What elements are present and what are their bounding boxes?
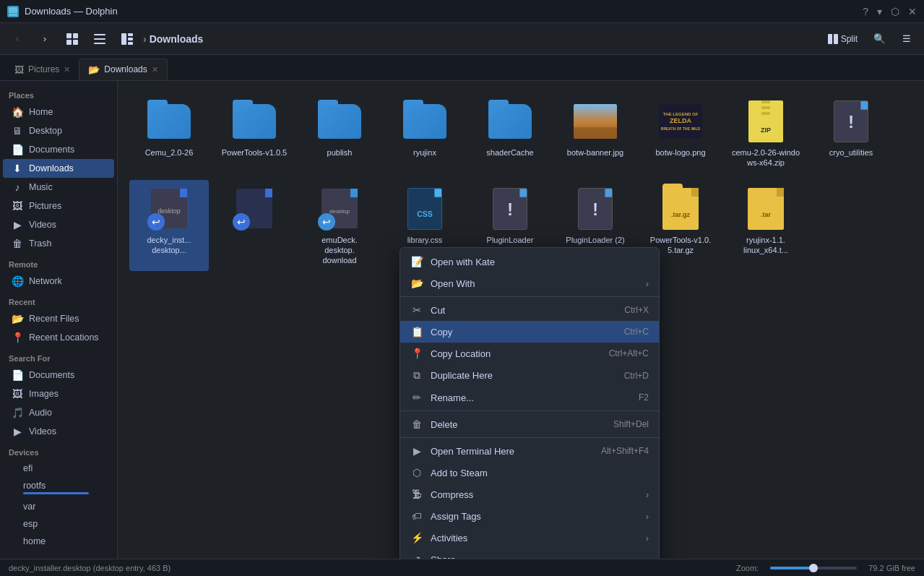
sidebar-item-videos[interactable]: ▶ Videos <box>3 215 114 234</box>
sidebar-search-documents[interactable]: 📄 Documents <box>3 366 114 384</box>
svg-text:.tar: .tar <box>761 211 772 218</box>
sidebar-item-music[interactable]: ♪ Music <box>3 178 114 197</box>
ctx-copy[interactable]: 📋 Copy Ctrl+C <box>400 321 659 343</box>
breadcrumb: › Downloads <box>143 33 818 45</box>
sidebar-search-images[interactable]: 🖼 Images <box>3 384 114 403</box>
zoom-slider[interactable] <box>770 567 857 569</box>
view-compact-button[interactable] <box>88 27 111 51</box>
maximize-button[interactable]: ⬡ <box>891 6 899 17</box>
file-item[interactable]: ryujinx <box>385 93 465 174</box>
file-item[interactable]: botw-banner.jpg <box>556 93 635 174</box>
close-button[interactable]: ✕ <box>908 6 917 17</box>
ctx-cut[interactable]: ✂ Cut Ctrl+X <box>400 299 659 321</box>
ctx-open-terminal[interactable]: ▶ Open Terminal Here Alt+Shift+F4 <box>400 440 659 462</box>
view-icons-button[interactable] <box>61 27 84 51</box>
cut-icon: ✂ <box>410 304 423 316</box>
sidebar-search-videos[interactable]: ▶ Videos <box>3 422 114 441</box>
ctx-open-with[interactable]: 📂 Open With › <box>400 272 659 294</box>
file-item[interactable]: Cemu_2.0-26 <box>129 93 209 174</box>
file-item[interactable]: desktop ↩ emuDeck.desktop.download <box>300 180 379 272</box>
ctx-duplicate[interactable]: ⧉ Duplicate Here Ctrl+D <box>400 364 659 387</box>
sidebar-item-recent-files[interactable]: 📂 Recent Files <box>3 309 114 328</box>
svg-rect-9 <box>121 33 126 45</box>
sidebar-device-rootfs[interactable]: rootfs <box>3 477 114 498</box>
tab-downloads[interactable]: 📂 Downloads ✕ <box>79 59 167 80</box>
ctx-add-to-steam[interactable]: ⬡ Add to Steam <box>400 462 659 483</box>
help-button[interactable]: ? <box>863 6 868 17</box>
ctx-delete[interactable]: 🗑 Delete Shift+Del <box>400 413 659 435</box>
tab-downloads-icon: 📂 <box>88 64 100 75</box>
file-item[interactable]: THE LEGEND OF ZELDA BREATH OF THE WILD b… <box>641 93 720 174</box>
tab-pictures-close[interactable]: ✕ <box>64 65 70 74</box>
breadcrumb-current[interactable]: Downloads <box>150 33 204 45</box>
back-button[interactable]: ‹ <box>6 27 29 51</box>
file-item[interactable]: ZIP cemu-2.0-26-windows-x64.zip <box>726 93 806 174</box>
tags-icon: 🏷 <box>410 510 423 522</box>
ctx-share[interactable]: ↗ Share › <box>400 549 659 559</box>
free-space-label: 79.2 GiB free <box>868 564 915 572</box>
minimize-button[interactable]: ▾ <box>877 6 882 17</box>
main-layout: Places 🏠 Home 🖥 Desktop 📄 Documents ⬇ Do… <box>0 81 924 559</box>
forward-button[interactable]: › <box>33 27 56 51</box>
sidebar-device-var[interactable]: var <box>3 498 114 515</box>
compress-icon: 🗜 <box>410 489 423 500</box>
main-content[interactable]: Cemu_2.0-26 PowerTools-v1.0.5 publish ry… <box>118 81 924 559</box>
svg-rect-44 <box>605 189 612 197</box>
ctx-compress[interactable]: 🗜 Compress › <box>400 483 659 505</box>
sidebar-item-downloads[interactable]: ⬇ Downloads <box>3 159 114 178</box>
kate-icon: 📝 <box>410 256 423 267</box>
open-with-icon: 📂 <box>410 278 423 289</box>
tab-pictures-label: Pictures <box>28 64 59 74</box>
image-icon: THE LEGEND OF ZELDA BREATH OF THE WILD <box>657 98 704 145</box>
share-arrow: › <box>646 554 649 559</box>
file-item-selected[interactable]: desktop ↩ decky_inst...desktop... <box>129 180 209 272</box>
sidebar-item-documents[interactable]: 📄 Documents <box>3 140 114 159</box>
svg-rect-10 <box>128 33 133 36</box>
search-button[interactable]: 🔍 <box>868 27 891 51</box>
ctx-activities[interactable]: ⚡ Activities › <box>400 527 659 549</box>
ctx-copy-location[interactable]: 📍 Copy Location Ctrl+Alt+C <box>400 343 659 364</box>
view-split-detail-button[interactable] <box>116 27 139 51</box>
ctx-open-with-kate[interactable]: 📝 Open with Kate <box>400 251 659 272</box>
steam-icon: ⬡ <box>410 467 423 478</box>
ctx-assign-tags[interactable]: 🏷 Assign Tags › <box>400 505 659 527</box>
hamburger-menu-button[interactable]: ☰ <box>895 27 918 51</box>
sidebar-item-trash[interactable]: 🗑 Trash <box>3 234 114 253</box>
svg-text:BREATH OF THE WILD: BREATH OF THE WILD <box>661 126 701 131</box>
tags-arrow: › <box>646 511 649 522</box>
svg-text:CSS: CSS <box>417 209 433 218</box>
rootfs-usage-bar <box>23 492 89 494</box>
sidebar-search-audio[interactable]: 🎵 Audio <box>3 403 114 422</box>
svg-rect-22 <box>761 100 770 103</box>
file-item[interactable]: publish <box>300 93 379 174</box>
tab-downloads-close[interactable]: ✕ <box>152 65 158 74</box>
sidebar-item-home[interactable]: 🏠 Home <box>3 103 114 121</box>
sidebar-item-pictures[interactable]: 🖼 Pictures <box>3 197 114 215</box>
sidebar-device-efi[interactable]: efi <box>3 460 114 477</box>
sidebar-item-desktop[interactable]: 🖥 Desktop <box>3 121 114 140</box>
targz-icon: .tar.gz <box>657 186 704 232</box>
ctx-rename[interactable]: ✏ Rename... F2 <box>400 387 659 408</box>
file-item[interactable]: PowerTools-v1.0.5 <box>215 93 294 174</box>
open-with-arrow: › <box>646 278 649 289</box>
split-button[interactable]: Split <box>822 27 863 51</box>
zip-icon: ZIP <box>743 98 789 145</box>
svg-rect-47 <box>691 188 699 197</box>
sidebar-item-recent-locations[interactable]: 📍 Recent Locations <box>3 328 114 347</box>
pictures-sidebar-icon: 🖼 <box>12 200 23 212</box>
breadcrumb-chevron: › <box>143 33 147 45</box>
tab-pictures[interactable]: 🖼 Pictures ✕ <box>6 59 79 80</box>
file-item[interactable]: shaderCache <box>470 93 550 174</box>
emudeck-icon: desktop ↩ <box>316 186 363 232</box>
file-item[interactable]: .tar ryujinx-1.1.linux_x64.t... <box>726 180 806 272</box>
svg-rect-14 <box>834 34 838 44</box>
sidebar-device-home[interactable]: home <box>3 533 114 550</box>
sidebar-device-esp[interactable]: esp <box>3 515 114 533</box>
file-item[interactable]: ! cryo_utilities <box>811 93 891 174</box>
sidebar-item-network[interactable]: 🌐 Network <box>3 272 114 291</box>
recent-locations-icon: 📍 <box>12 332 23 343</box>
statusbar: decky_installer.desktop (desktop entry, … <box>0 559 924 576</box>
file-item[interactable]: ↩ <box>215 180 294 272</box>
window-title: Downloads — Dolphin <box>25 6 118 17</box>
search-audio-icon: 🎵 <box>12 407 23 418</box>
